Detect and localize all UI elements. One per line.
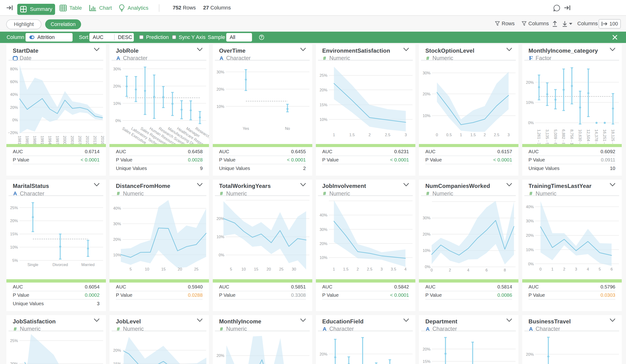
svg-text:No: No	[285, 126, 290, 131]
svg-text:20%: 20%	[526, 352, 534, 357]
svg-text:30%: 30%	[423, 70, 430, 75]
svg-text:3,135 - 5: 3,135 - 5	[545, 129, 549, 144]
svg-text:20%: 20%	[320, 352, 327, 356]
svg-text:20%: 20%	[423, 347, 430, 351]
svg-text:1,261 - 3: 1,261 - 3	[537, 129, 541, 144]
svg-text:2: 2	[449, 268, 451, 272]
svg-text:2016: 2016	[100, 136, 105, 144]
svg-text:20%: 20%	[113, 348, 121, 352]
svg-text:30: 30	[292, 267, 296, 271]
svg-text:30%: 30%	[320, 227, 327, 232]
svg-text:20%: 20%	[10, 105, 18, 109]
svg-text:4: 4	[467, 268, 469, 272]
svg-text:18,125 -: 18,125 -	[610, 129, 615, 144]
svg-text:40%: 40%	[526, 205, 534, 209]
svg-text:5: 5	[599, 267, 601, 271]
svg-text:10%: 10%	[113, 253, 121, 257]
svg-text:1997: 1997	[55, 136, 60, 144]
svg-text:Single: Single	[27, 263, 38, 267]
svg-text:2010: 2010	[85, 136, 90, 144]
svg-text:1985: 1985	[25, 136, 29, 144]
svg-text:2.5: 2.5	[367, 267, 372, 271]
svg-text:20%: 20%	[10, 219, 18, 223]
svg-text:15%: 15%	[320, 103, 327, 107]
svg-text:2: 2	[563, 267, 565, 271]
svg-text:Married: Married	[81, 263, 95, 267]
svg-text:20%: 20%	[320, 241, 327, 246]
svg-text:40%: 40%	[113, 206, 121, 211]
svg-text:10%: 10%	[423, 248, 430, 253]
svg-text:20%: 20%	[113, 84, 121, 88]
svg-text:1: 1	[333, 133, 335, 137]
svg-text:30%: 30%	[216, 70, 224, 74]
svg-text:30%: 30%	[423, 216, 430, 220]
svg-text:0%: 0%	[12, 118, 18, 122]
svg-text:25: 25	[279, 267, 283, 271]
svg-text:8,756 - 1: 8,756 - 1	[570, 129, 574, 144]
svg-text:1981: 1981	[17, 136, 22, 144]
svg-text:25%: 25%	[10, 206, 18, 210]
svg-text:10%: 10%	[216, 104, 224, 109]
svg-text:60%: 60%	[10, 79, 18, 84]
svg-text:20%: 20%	[423, 232, 430, 236]
svg-text:3: 3	[405, 133, 407, 137]
svg-text:2007: 2007	[78, 136, 82, 144]
svg-text:2: 2	[357, 267, 359, 271]
svg-text:10%: 10%	[216, 235, 224, 239]
svg-text:20%: 20%	[216, 353, 224, 358]
svg-text:20: 20	[267, 267, 271, 271]
svg-text:16,251 -: 16,251 -	[602, 129, 607, 144]
svg-text:6,882 - 8: 6,882 - 8	[561, 129, 566, 144]
svg-text:20%: 20%	[10, 362, 18, 364]
svg-text:10%: 10%	[113, 101, 121, 105]
svg-text:10%: 10%	[423, 114, 430, 118]
svg-text:12,504 -: 12,504 -	[586, 129, 590, 144]
svg-text:0%: 0%	[219, 253, 224, 257]
svg-text:10%: 10%	[526, 100, 534, 104]
svg-text:10: 10	[145, 267, 149, 271]
svg-text:0: 0	[539, 267, 541, 271]
svg-text:1991: 1991	[40, 136, 44, 144]
svg-text:10%: 10%	[526, 248, 534, 252]
svg-text:20%: 20%	[423, 92, 430, 96]
svg-text:2.5: 2.5	[494, 133, 499, 137]
svg-text:6: 6	[610, 267, 613, 271]
svg-text:14,378 -: 14,378 -	[594, 129, 599, 144]
svg-text:Divorced: Divorced	[52, 263, 68, 267]
svg-text:5: 5	[230, 267, 232, 271]
svg-text:1988: 1988	[32, 136, 37, 144]
svg-text:40%: 40%	[320, 213, 327, 217]
svg-text:80%: 80%	[10, 66, 18, 71]
svg-text:5,009 - 6: 5,009 - 6	[553, 129, 557, 144]
svg-text:2: 2	[484, 133, 486, 137]
svg-text:8: 8	[504, 268, 506, 272]
svg-text:10,630 -: 10,630 -	[578, 129, 582, 144]
svg-text:20%: 20%	[320, 88, 327, 92]
svg-text:1.5: 1.5	[343, 267, 349, 271]
svg-text:4: 4	[404, 267, 406, 271]
svg-text:25%: 25%	[320, 73, 327, 78]
svg-text:0.5: 0.5	[446, 133, 452, 137]
svg-text:1.5: 1.5	[470, 133, 476, 137]
svg-text:0%: 0%	[425, 265, 430, 269]
svg-text:30%: 30%	[526, 219, 534, 223]
svg-text:0: 0	[430, 268, 433, 272]
svg-text:20%: 20%	[113, 237, 121, 242]
svg-text:15: 15	[161, 267, 166, 271]
svg-text:15%: 15%	[10, 232, 18, 236]
svg-text:−20%: −20%	[8, 131, 18, 135]
svg-text:20: 20	[178, 267, 182, 271]
svg-text:2: 2	[369, 133, 371, 137]
svg-text:15%: 15%	[113, 362, 121, 364]
svg-text:10%: 10%	[320, 255, 327, 260]
svg-text:0%: 0%	[115, 118, 121, 123]
svg-text:0: 0	[436, 133, 438, 137]
svg-text:20%: 20%	[526, 80, 534, 85]
svg-text:25%: 25%	[10, 338, 18, 343]
svg-text:0%: 0%	[528, 262, 534, 266]
svg-text:15: 15	[254, 267, 258, 271]
svg-text:1: 1	[333, 267, 335, 271]
svg-text:1: 1	[460, 133, 462, 137]
svg-text:3.5: 3.5	[391, 267, 396, 271]
svg-text:30%: 30%	[113, 66, 121, 71]
